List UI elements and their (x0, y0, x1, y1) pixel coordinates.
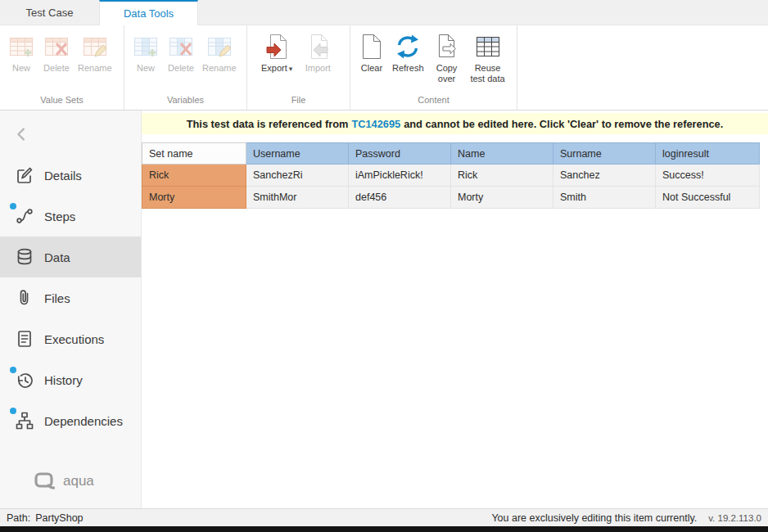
aqua-logo-icon (34, 472, 56, 490)
import-document-icon (305, 33, 330, 61)
reuse-test-data-button[interactable]: Reuse test data (468, 31, 508, 84)
database-icon (15, 247, 34, 267)
ribbon-group-label: Content (350, 95, 517, 105)
data-panel: This test data is referenced from TC1426… (142, 110, 768, 508)
collapse-sidebar-button[interactable] (13, 125, 31, 143)
export-button[interactable]: Export▾ (259, 31, 295, 74)
aqua-logo: aqua (34, 472, 94, 490)
aqua-logo-text: aqua (63, 473, 94, 489)
clear-button[interactable]: Clear (357, 31, 386, 84)
cell-name[interactable]: Rick (451, 165, 553, 187)
column-header-name[interactable]: Name (451, 143, 553, 165)
table-header-row: Set name Username Password Name Surname … (142, 143, 760, 165)
tab-test-case-label: Test Case (26, 7, 74, 19)
cell-password[interactable]: def456 (349, 187, 451, 209)
cell-name[interactable]: Morty (451, 187, 553, 209)
ribbon-group-label: File (247, 95, 350, 105)
button-label: Rename (202, 63, 237, 74)
table-row-rick: Rick SanchezRi iAmPickleRick! Rick Sanch… (142, 165, 760, 187)
value-sets-new-button[interactable]: New (5, 31, 38, 74)
path-label: Path: (7, 512, 30, 524)
value-set-delete-table-icon (44, 33, 69, 61)
cell-surname[interactable]: Smith (553, 187, 656, 209)
sidebar-nav: Details Steps Data (0, 155, 141, 441)
button-label: Delete (43, 63, 70, 74)
clear-document-icon (361, 33, 382, 61)
cell-set-name[interactable]: Morty (142, 187, 246, 209)
chevron-left-icon (13, 125, 31, 143)
sidebar-item-label: Steps (44, 210, 75, 223)
cell-password[interactable]: iAmPickleRick! (349, 165, 451, 187)
dropdown-caret-icon: ▾ (289, 65, 293, 73)
edit-icon (15, 165, 34, 185)
cell-surname[interactable]: Sanchez (553, 165, 656, 187)
column-header-surname[interactable]: Surname (553, 143, 656, 165)
variable-delete-table-icon (169, 33, 193, 61)
button-label: New (137, 63, 155, 74)
ribbon-group-variables: New Delete (124, 25, 247, 110)
version-label: v. 19.2.113.0 (708, 513, 761, 523)
bottom-bar (0, 526, 768, 532)
variables-rename-button[interactable]: Rename (200, 31, 239, 74)
sidebar-item-label: Details (44, 169, 82, 183)
refresh-button[interactable]: Refresh (390, 31, 427, 84)
sidebar-item-files[interactable]: Files (0, 277, 141, 318)
value-set-new-table-icon (9, 33, 34, 61)
test-case-reference-link[interactable]: TC142695 (351, 118, 400, 130)
paperclip-icon (15, 288, 34, 308)
cell-username[interactable]: SanchezRi (246, 165, 349, 187)
refresh-icon (395, 33, 420, 61)
notification-dot (10, 203, 16, 210)
table-row-morty: Morty SmithMor def456 Morty Smith Not Su… (142, 187, 760, 209)
value-set-rename-table-icon (83, 33, 107, 61)
column-header-loginresult[interactable]: loginresult (656, 143, 760, 165)
path-value[interactable]: PartyShop (35, 512, 83, 524)
ribbon-group-file: Export▾ Import File (247, 25, 350, 110)
cell-username[interactable]: SmithMor (246, 187, 349, 209)
notification-dot (10, 367, 16, 373)
cell-loginresult[interactable]: Not Successful (656, 187, 760, 209)
path-breadcrumb: Path: PartyShop (0, 512, 84, 524)
copy-over-button[interactable]: Copy over (430, 31, 464, 84)
sidebar-item-executions[interactable]: Executions (0, 318, 141, 359)
dependencies-tree-icon (15, 411, 34, 431)
cell-set-name[interactable]: Rick (142, 165, 246, 187)
tab-data-tools[interactable]: Data Tools (99, 0, 198, 25)
copy-over-icon (435, 33, 459, 61)
reference-warning-banner: This test data is referenced from TC1426… (142, 113, 768, 134)
sidebar-item-dependencies[interactable]: Dependencies (0, 400, 141, 441)
steps-path-icon (15, 206, 34, 226)
variables-new-button[interactable]: New (129, 31, 162, 74)
ribbon-tab-bar: Test Case Data Tools (0, 0, 768, 25)
sidebar-item-data[interactable]: Data (0, 237, 141, 277)
sidebar-item-history[interactable]: History (0, 359, 141, 400)
editing-status-message: You are exclusively editing this item cu… (491, 512, 697, 524)
sidebar-item-steps[interactable]: Steps (0, 196, 141, 237)
button-label: Delete (168, 63, 194, 74)
cell-loginresult[interactable]: Success! (656, 165, 760, 187)
sidebar-item-label: History (44, 373, 83, 387)
column-header-username[interactable]: Username (246, 143, 349, 165)
tab-data-tools-label: Data Tools (124, 7, 174, 20)
sidebar-item-label: Data (44, 250, 70, 264)
import-button[interactable]: Import (301, 31, 334, 74)
ribbon-group-label: Variables (124, 95, 246, 105)
button-label: Copy over (432, 63, 462, 84)
sidebar-item-label: Dependencies (44, 414, 123, 428)
column-header-set-name[interactable]: Set name (142, 143, 246, 165)
ribbon-group-value-sets: New Delete (0, 25, 124, 110)
value-sets-delete-button[interactable]: Delete (40, 31, 73, 74)
tab-test-case[interactable]: Test Case (0, 0, 99, 25)
variables-delete-button[interactable]: Delete (165, 31, 197, 74)
sidebar-item-details[interactable]: Details (0, 155, 141, 196)
variable-new-table-icon (133, 33, 158, 61)
history-clock-icon (15, 370, 34, 390)
reuse-test-data-grid-icon (476, 33, 500, 61)
sidebar: Details Steps Data (0, 110, 142, 508)
sidebar-item-label: Files (44, 291, 70, 305)
column-header-password[interactable]: Password (349, 143, 451, 165)
button-label: Reuse test data (470, 63, 506, 84)
value-sets-rename-button[interactable]: Rename (75, 31, 115, 74)
button-label: Export (261, 63, 287, 73)
sidebar-item-label: Executions (44, 332, 104, 346)
